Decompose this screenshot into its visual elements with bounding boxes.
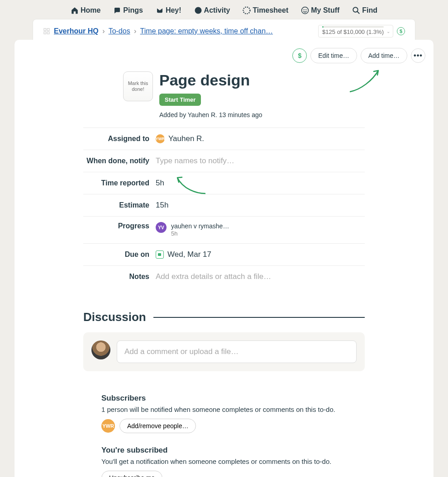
budget-bar-fill <box>322 26 324 28</box>
discussion-title: Discussion <box>83 310 146 324</box>
nav-home-label: Home <box>81 6 100 14</box>
start-timer-button[interactable]: Start Timer <box>159 94 201 106</box>
svg-rect-6 <box>47 28 49 31</box>
field-progress: Progress YV yauhen v rymashe… 5h <box>83 217 365 244</box>
field-notes: Notes Add extra details or attach a file… <box>83 266 365 288</box>
nav-hey[interactable]: Hey! <box>156 6 181 14</box>
unsubscribe-button[interactable]: Unsubscribe me <box>101 471 162 477</box>
comment-box: Add a comment or upload a file… <box>83 332 365 371</box>
nav-hey-label: Hey! <box>166 6 181 14</box>
pings-icon <box>113 6 121 14</box>
progress-name: yauhen v rymashe… <box>171 222 229 230</box>
svg-point-1 <box>302 7 309 14</box>
nav-pings-label: Pings <box>123 6 143 14</box>
dollar-icon[interactable]: $ <box>397 27 405 35</box>
breadcrumb-bar: Everhour HQ › To-dos › Time page: empty … <box>33 19 415 41</box>
breadcrumb-root[interactable]: Everhour HQ <box>54 27 99 35</box>
field-time-reported: Time reported 5h <box>83 172 365 194</box>
due-value: Wed, Mar 17 <box>167 250 211 259</box>
breadcrumb-sep: › <box>102 27 105 35</box>
nav-find-label: Find <box>362 6 377 14</box>
estimate-value[interactable]: 15h <box>156 201 365 210</box>
assigned-label: Assigned to <box>83 135 156 143</box>
timesheet-icon <box>243 6 251 14</box>
task-fields: Assigned to YWR Yauhen R. When done, not… <box>83 128 365 288</box>
assigned-value-wrap[interactable]: YWR Yauhen R. <box>156 134 365 143</box>
nav-pings[interactable]: Pings <box>113 6 143 14</box>
breadcrumb-todos[interactable]: To-dos <box>109 27 130 35</box>
nav-find[interactable]: Find <box>352 6 377 14</box>
comment-input[interactable]: Add a comment or upload a file… <box>117 340 357 363</box>
avatar-icon: YV <box>156 222 167 233</box>
nav-timesheet[interactable]: Timesheet <box>243 6 288 14</box>
mystuff-icon <box>301 6 309 14</box>
svg-point-2 <box>304 9 305 10</box>
time-reported-label: Time reported <box>83 179 156 187</box>
find-icon <box>352 6 360 14</box>
field-assigned: Assigned to YWR Yauhen R. <box>83 128 365 150</box>
nav-mystuff-label: My Stuff <box>311 6 339 14</box>
subscribers-text: 1 person will be notified when someone c… <box>101 406 382 413</box>
avatar-icon <box>91 340 110 359</box>
field-notify: When done, notify Type names to notify… <box>83 150 365 172</box>
nav-home[interactable]: Home <box>71 6 100 14</box>
subscribers-section: Subscribers 1 person will be notified wh… <box>101 394 382 477</box>
task-title: Page design <box>159 71 262 89</box>
due-value-wrap[interactable]: Wed, Mar 17 <box>156 250 365 259</box>
budget-widget: $125 of $10,000 (1.3%) ⌄ $ <box>318 25 405 38</box>
added-by-text: Added by Yauhen R. 13 minutes ago <box>159 111 262 118</box>
breadcrumb-task[interactable]: Time page: empty weeks, time off chan… <box>140 27 273 35</box>
calendar-icon <box>156 250 164 259</box>
progress-label: Progress <box>83 222 156 230</box>
progress-time: 5h <box>171 230 229 238</box>
field-due: Due on Wed, Mar 17 <box>83 244 365 266</box>
budget-bar <box>322 26 384 28</box>
progress-entry[interactable]: YV yauhen v rymashe… 5h <box>156 222 229 238</box>
svg-rect-5 <box>44 28 46 31</box>
task-header: Mark this done! Page design Start Timer … <box>14 40 434 128</box>
avatar-icon: YWR <box>156 134 165 143</box>
nav-mystuff[interactable]: My Stuff <box>301 6 339 14</box>
svg-rect-8 <box>47 32 49 34</box>
divider <box>153 317 365 318</box>
nav-activity-label: Activity <box>204 6 230 14</box>
chevron-down-icon: ⌄ <box>386 29 390 34</box>
svg-point-3 <box>305 9 306 10</box>
hey-icon <box>156 6 164 14</box>
budget-text: $125 of $10,000 (1.3%) <box>322 28 384 35</box>
top-nav: Home Pings Hey! Activity Timesheet My St… <box>0 0 448 19</box>
breadcrumb-sep: › <box>134 27 136 35</box>
mark-done-button[interactable]: Mark this done! <box>123 71 153 101</box>
subscribed-text: You'll get a notification when someone c… <box>101 458 382 465</box>
svg-rect-7 <box>44 32 46 34</box>
due-label: Due on <box>83 250 156 259</box>
notes-label: Notes <box>83 273 156 281</box>
time-reported-value[interactable]: 5h <box>156 179 365 188</box>
avatar-icon: YWR <box>101 419 115 433</box>
nav-timesheet-label: Timesheet <box>253 6 288 14</box>
assigned-value: Yauhen R. <box>168 134 204 143</box>
home-icon <box>71 6 79 14</box>
svg-point-0 <box>243 7 250 14</box>
budget-dropdown[interactable]: $125 of $10,000 (1.3%) ⌄ <box>318 25 393 38</box>
notify-label: When done, notify <box>83 157 156 165</box>
breadcrumb: Everhour HQ › To-dos › Time page: empty … <box>54 27 318 35</box>
subscribers-heading: Subscribers <box>101 394 382 403</box>
subscribed-heading: You're subscribed <box>101 446 382 455</box>
notes-input[interactable]: Add extra details or attach a file… <box>156 272 365 281</box>
grid-icon[interactable] <box>43 28 50 35</box>
add-remove-people-button[interactable]: Add/remove people… <box>119 419 196 433</box>
notify-input[interactable]: Type names to notify… <box>156 156 365 165</box>
activity-icon <box>194 6 202 14</box>
nav-activity[interactable]: Activity <box>194 6 230 14</box>
task-card: $ Edit time… Add time… ••• Mark this don… <box>14 40 434 477</box>
discussion-section: Discussion Add a comment or upload a fil… <box>83 310 365 371</box>
mark-done-label: Mark this done! <box>125 80 151 92</box>
field-estimate: Estimate 15h <box>83 194 365 217</box>
estimate-label: Estimate <box>83 201 156 209</box>
